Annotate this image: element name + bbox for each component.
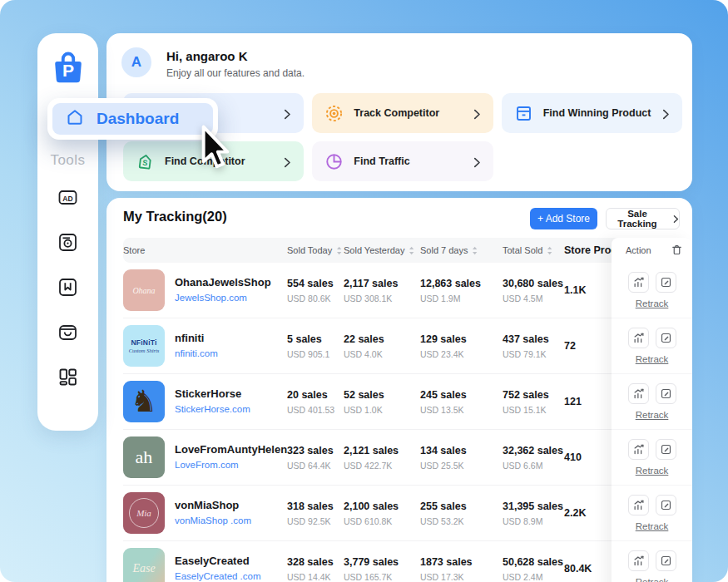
store-domain-link[interactable]: JewelsShop.com (175, 293, 247, 303)
total-sold-cell: 50,628 salesUSD 2.4M (503, 556, 563, 582)
shop-bag-icon[interactable] (57, 321, 79, 343)
edit-button[interactable] (656, 383, 676, 404)
store-products-cell: 121 (564, 396, 582, 407)
sold-today-cell: 5 salesUSD 905.1 (287, 333, 329, 359)
bookmark-icon[interactable] (57, 276, 79, 298)
edit-button[interactable] (656, 272, 676, 293)
total-sold-cell: 437 salesUSD 79.1K (503, 333, 549, 359)
store-products-cell: 80.4K (564, 563, 592, 575)
home-icon (65, 107, 85, 131)
svg-text:AD: AD (62, 195, 72, 203)
sold-yesterday-cell: 3,779 salesUSD 165.7K (344, 556, 399, 582)
trash-icon[interactable] (671, 244, 683, 257)
store-name: StickerHorse (175, 387, 250, 400)
edit-button[interactable] (656, 550, 676, 571)
retrack-link[interactable]: Retrack (636, 298, 669, 308)
feature-card-find-traffic[interactable]: Find Traffic (312, 141, 493, 181)
sold-today-cell: 323 salesUSD 64.4K (287, 445, 334, 471)
table-body: Ohana OhanaJewelsShop JewelsShop.com 554… (123, 263, 692, 582)
apps-icon[interactable] (57, 366, 79, 388)
store-domain-link[interactable]: vonMiaShop .com (175, 515, 251, 525)
table-row: Ease EaselyCreated EaselyCreated .com 32… (123, 541, 692, 582)
table-row: ah LoveFromAuntyHelen LoveFrom.com 323 s… (123, 430, 692, 486)
action-header-label: Action (626, 245, 651, 255)
sale-tracking-button[interactable]: Sale Tracking (606, 208, 680, 229)
table-row: NFiNiTi Custom Shirts nfiniti nfiniti.co… (123, 318, 692, 374)
tools-section-label: Tools (50, 152, 85, 169)
column-header-total-sold[interactable]: Total Sold (503, 245, 553, 255)
edit-button[interactable] (656, 439, 676, 460)
greeting-title: Hi, angaroo K (166, 49, 248, 63)
sold-today-cell: 318 salesUSD 92.5K (287, 501, 334, 526)
add-store-button[interactable]: + Add Store (530, 208, 597, 229)
sold-yesterday-cell: 2,100 salesUSD 610.8K (344, 501, 399, 526)
sales-chart-button[interactable] (628, 495, 649, 515)
store-logo: ah (123, 436, 165, 478)
store-products-cell: 410 (564, 451, 582, 463)
chevron-right-icon (673, 215, 679, 224)
chevron-right-icon (284, 108, 291, 119)
feature-card-find-competitor[interactable]: S Find Competitor (123, 141, 304, 181)
tracking-table: StoreSold TodaySold YesterdaySold 7 days… (123, 238, 692, 582)
store-logo: Mia (123, 492, 165, 534)
store-domain-link[interactable]: nfiniti.com (175, 348, 218, 358)
store-logo: NFiNiTi Custom Shirts (123, 325, 165, 367)
sale-tracking-label: Sale Tracking (607, 209, 668, 229)
store-domain-link[interactable]: StickerHorse.com (175, 404, 250, 414)
retrack-link[interactable]: Retrack (636, 577, 669, 582)
sales-chart-button[interactable] (628, 328, 649, 348)
sort-icon[interactable] (336, 246, 343, 255)
tracker-icon[interactable] (57, 231, 79, 254)
app-screen: P Tools AD A Hi, angaroo K Enjoy all our… (0, 0, 728, 582)
column-header-sold-today[interactable]: Sold Today (287, 245, 343, 255)
chevron-right-icon (662, 108, 670, 119)
sold-yesterday-cell: 2,121 salesUSD 422.7K (344, 445, 399, 471)
edit-button[interactable] (656, 495, 676, 515)
store-products-cell: 72 (564, 340, 576, 352)
total-sold-cell: 31,395 salesUSD 8.9M (503, 501, 563, 526)
retrack-link[interactable]: Retrack (636, 354, 669, 364)
app-logo-bag-icon[interactable]: P (50, 49, 87, 86)
store-domain-link[interactable]: EaselyCreated .com (175, 571, 261, 581)
edit-button[interactable] (656, 328, 676, 348)
sold-today-cell: 554 salesUSD 80.6K (287, 278, 334, 303)
feature-card-label: Find Competitor (165, 155, 245, 167)
sales-chart-button[interactable] (628, 550, 649, 571)
sort-icon[interactable] (409, 246, 415, 255)
store-name: EaselyCreated (175, 555, 261, 567)
action-cell: Retrack (612, 374, 692, 430)
dashboard-nav-overlay: Dashboard (47, 98, 218, 140)
sort-icon[interactable] (547, 246, 553, 255)
retrack-link[interactable]: Retrack (636, 521, 669, 531)
sales-chart-button[interactable] (628, 272, 649, 293)
store-name: OhanaJewelsShop (175, 276, 271, 289)
svg-text:S: S (142, 158, 148, 167)
sales-chart-button[interactable] (628, 383, 649, 404)
feature-card-track-competitor[interactable]: Track Competitor (312, 93, 493, 133)
retrack-link[interactable]: Retrack (636, 466, 669, 476)
feature-card-label: Track Competitor (354, 107, 439, 119)
table-row: Mia vonMiaShop vonMiaShop .com 318 sales… (123, 486, 692, 541)
column-header-sold-7-days[interactable]: Sold 7 days (420, 245, 478, 255)
store-name: nfiniti (175, 332, 218, 344)
total-sold-cell: 32,362 salesUSD 6.6M (503, 445, 563, 471)
sales-chart-button[interactable] (628, 439, 649, 460)
retrack-link[interactable]: Retrack (636, 410, 669, 420)
bag-s-icon: S (136, 152, 155, 171)
tracking-card: My Tracking(20) + Add Store Sale Trackin… (106, 198, 692, 582)
table-row: Ohana OhanaJewelsShop JewelsShop.com 554… (123, 263, 692, 318)
avatar[interactable]: A (121, 47, 151, 77)
sold-7-days-cell: 129 salesUSD 23.4K (420, 333, 467, 359)
chevron-right-icon (473, 156, 481, 167)
svg-text:P: P (62, 61, 73, 80)
sidebar-item-dashboard[interactable]: Dashboard (52, 103, 213, 135)
sold-today-cell: 328 salesUSD 14.4K (287, 556, 334, 582)
store-products-cell: 2.2K (564, 507, 586, 519)
store-domain-link[interactable]: LoveFrom.com (175, 460, 239, 470)
column-header-store: Store (123, 245, 145, 255)
action-cell: Retrack (612, 486, 692, 541)
column-header-sold-yesterday[interactable]: Sold Yesterday (344, 245, 415, 255)
ad-icon[interactable]: AD (57, 186, 79, 209)
sort-icon[interactable] (472, 246, 478, 255)
feature-card-find-winning-product[interactable]: Find Winning Product (502, 93, 682, 133)
